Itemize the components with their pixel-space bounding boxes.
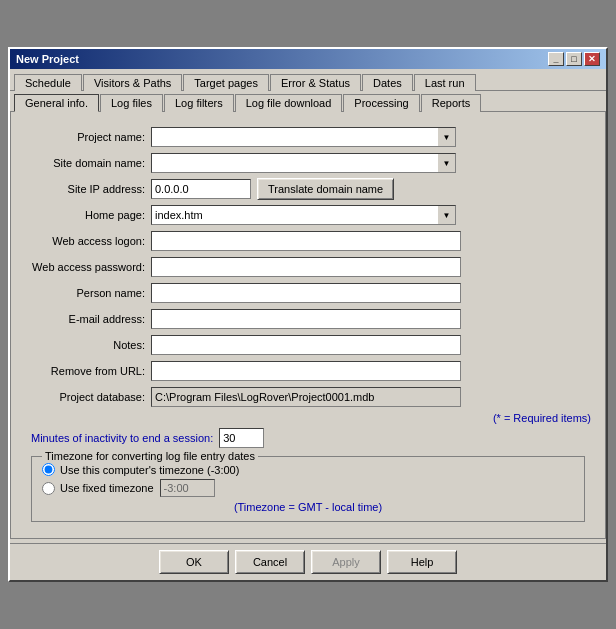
tab-log-file-download[interactable]: Log file download (235, 94, 343, 112)
tab-schedule[interactable]: Schedule (14, 74, 82, 91)
email-input[interactable] (151, 309, 461, 329)
tab-last-run[interactable]: Last run (414, 74, 476, 91)
tab-processing[interactable]: Processing (343, 94, 419, 112)
project-name-row: Project name: ▼ (21, 126, 595, 148)
inactivity-input[interactable] (219, 428, 264, 448)
web-access-logon-row: Web access logon: (21, 230, 595, 252)
web-access-logon-label: Web access logon: (21, 235, 151, 247)
project-name-field-wrapper: ▼ (151, 127, 456, 147)
timezone-computer-label: Use this computer's timezone (-3:00) (60, 464, 239, 476)
timezone-note: (Timezone = GMT - local time) (42, 501, 574, 513)
project-name-dropdown-arrow[interactable]: ▼ (438, 127, 456, 147)
project-db-input[interactable] (151, 387, 461, 407)
minimize-button[interactable]: _ (548, 52, 564, 66)
web-access-password-row: Web access password: (21, 256, 595, 278)
cancel-button[interactable]: Cancel (235, 550, 305, 574)
remove-url-input[interactable] (151, 361, 461, 381)
site-ip-row: Site IP address: Translate domain name (21, 178, 595, 200)
remove-url-label: Remove from URL: (21, 365, 151, 377)
window-title: New Project (16, 53, 79, 65)
site-domain-label: Site domain name: (21, 157, 151, 169)
site-domain-field-wrapper: ▼ (151, 153, 456, 173)
email-label: E-mail address: (21, 313, 151, 325)
site-domain-input[interactable] (151, 153, 456, 173)
web-access-password-label: Web access password: (21, 261, 151, 273)
home-page-input[interactable] (151, 205, 456, 225)
main-window: New Project _ □ ✕ Schedule Visitors & Pa… (8, 47, 608, 582)
timezone-radio-2-row: Use fixed timezone (42, 479, 574, 497)
site-domain-row: Site domain name: ▼ (21, 152, 595, 174)
tab-log-filters[interactable]: Log filters (164, 94, 234, 112)
site-ip-label: Site IP address: (21, 183, 151, 195)
close-button[interactable]: ✕ (584, 52, 600, 66)
home-page-label: Home page: (21, 209, 151, 221)
home-page-field-wrapper: ▼ (151, 205, 456, 225)
home-page-dropdown-arrow[interactable]: ▼ (438, 205, 456, 225)
tab-general-info[interactable]: General info. (14, 94, 99, 112)
title-bar-buttons: _ □ ✕ (548, 52, 600, 66)
tab-dates[interactable]: Dates (362, 74, 413, 91)
timezone-legend: Timezone for converting log file entry d… (42, 450, 258, 462)
project-db-label: Project database: (21, 391, 151, 403)
person-name-label: Person name: (21, 287, 151, 299)
project-name-label: Project name: (21, 131, 151, 143)
timezone-fixed-radio[interactable] (42, 482, 55, 495)
person-name-input[interactable] (151, 283, 461, 303)
help-button[interactable]: Help (387, 550, 457, 574)
project-name-input[interactable] (151, 127, 456, 147)
timezone-radio-1-row: Use this computer's timezone (-3:00) (42, 463, 574, 476)
site-ip-controls: Translate domain name (151, 178, 394, 200)
notes-row: Notes: (21, 334, 595, 356)
site-ip-input[interactable] (151, 179, 251, 199)
general-info-panel: Project name: ▼ Site domain name: ▼ Site… (11, 118, 605, 538)
timezone-computer-radio[interactable] (42, 463, 55, 476)
bottom-button-bar: OK Cancel Apply Help (10, 543, 606, 580)
apply-button[interactable]: Apply (311, 550, 381, 574)
tab-content: Project name: ▼ Site domain name: ▼ Site… (10, 112, 606, 539)
home-page-row: Home page: ▼ (21, 204, 595, 226)
web-access-logon-input[interactable] (151, 231, 461, 251)
maximize-button[interactable]: □ (566, 52, 582, 66)
project-db-row: Project database: (21, 386, 595, 408)
title-bar: New Project _ □ ✕ (10, 49, 606, 69)
tab-row-2: General info. Log files Log filters Log … (10, 90, 606, 112)
inactivity-row: Minutes of inactivity to end a session: (21, 428, 595, 448)
tab-visitors-paths[interactable]: Visitors & Paths (83, 74, 182, 91)
tab-error-status[interactable]: Error & Status (270, 74, 361, 91)
translate-domain-button[interactable]: Translate domain name (257, 178, 394, 200)
tab-row-1: Schedule Visitors & Paths Target pages E… (10, 69, 606, 90)
ok-button[interactable]: OK (159, 550, 229, 574)
timezone-box: Timezone for converting log file entry d… (31, 456, 585, 522)
timezone-fixed-label: Use fixed timezone (60, 482, 154, 494)
remove-url-row: Remove from URL: (21, 360, 595, 382)
required-items-note: (* = Required items) (21, 412, 595, 424)
inactivity-label: Minutes of inactivity to end a session: (21, 432, 213, 444)
timezone-fixed-input[interactable] (160, 479, 215, 497)
email-row: E-mail address: (21, 308, 595, 330)
tab-target-pages[interactable]: Target pages (183, 74, 269, 91)
site-domain-dropdown-arrow[interactable]: ▼ (438, 153, 456, 173)
person-name-row: Person name: (21, 282, 595, 304)
tab-log-files[interactable]: Log files (100, 94, 163, 112)
notes-label: Notes: (21, 339, 151, 351)
notes-input[interactable] (151, 335, 461, 355)
web-access-password-input[interactable] (151, 257, 461, 277)
tab-reports[interactable]: Reports (421, 94, 482, 112)
